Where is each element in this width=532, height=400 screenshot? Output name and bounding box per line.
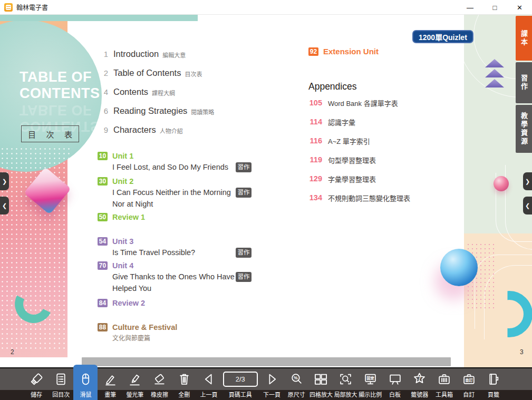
back-to-toc-button[interactable]: 回目次 [49, 368, 73, 400]
cover-title-line2: CONTENTS [20, 85, 93, 102]
cover-title-english: TABLE OF CONTENTS [20, 69, 93, 102]
left-edge-forward-arrow[interactable]: ❯ [0, 172, 9, 190]
cover-title-line1: TABLE OF [20, 69, 93, 85]
tab-textbook[interactable]: 課本 [516, 16, 532, 61]
display-ratio-icon: 固定 [363, 368, 378, 390]
appendix-entry[interactable]: 119句型學習整理表 [308, 150, 410, 169]
toc-entry[interactable]: 6Reading Strategies閱讀策略 [98, 101, 214, 120]
toc-unit4-row[interactable]: 70 Unit 4 Give Thanks to the Ones Who Ha… [98, 260, 266, 294]
side-tab-strip: 課本 習作 教學資源 [516, 16, 532, 154]
quad-zoom-icon [313, 368, 328, 390]
right-edge-forward-arrow[interactable]: ❯ [523, 172, 532, 190]
appendix-entry[interactable]: 134不規則動詞三態變化整理表 [308, 188, 410, 207]
region-zoom-icon [338, 368, 353, 390]
display-ratio-button[interactable]: 固定 顯示比例 [358, 368, 382, 400]
mouse-tool-button[interactable]: 滑鼠 [73, 365, 98, 400]
toc-front-matter-list: 1Introduction編輯大意 2Table of Contents目次表 … [98, 44, 214, 139]
workbook-badge[interactable]: 習作 [236, 272, 252, 282]
cover-title-chinese-box: 目 次 表 [21, 125, 79, 142]
teal-top-strip [0, 15, 198, 21]
whiteboard-button[interactable]: 白板 [383, 368, 407, 400]
toc-unit3-row[interactable]: 54 Unit 3 Is Time Travel Possible? 習作 [98, 236, 266, 258]
region-zoom-button[interactable]: 局部放大 [334, 368, 358, 400]
tab-teaching-resources[interactable]: 教學資源 [516, 105, 532, 153]
minimize-button[interactable]: — [458, 0, 482, 15]
appendix-entry[interactable]: 129字彙學習整理表 [308, 169, 410, 188]
close-button[interactable]: ✕ [507, 0, 532, 15]
svg-text:固定: 固定 [366, 376, 374, 381]
number-picker-button[interactable]: 7 籤號器 [408, 368, 432, 400]
previous-page-button[interactable]: 上一頁 [197, 368, 221, 400]
appendices-heading: Appendices [308, 81, 356, 92]
toc-entry[interactable]: 1Introduction編輯大意 [98, 44, 214, 63]
appendix-entry[interactable]: 114認識字彙 [308, 112, 410, 131]
whiteboard-icon [388, 368, 402, 390]
appendix-entry[interactable]: 116A~Z 單字索引 [308, 131, 410, 150]
pen-icon [103, 368, 118, 390]
svg-text:自訂: 自訂 [465, 378, 473, 383]
quad-zoom-button[interactable]: 四格放大 [309, 368, 333, 400]
highlighter-icon [128, 368, 142, 390]
eraser-icon [152, 368, 167, 390]
window-title: 翰林電子書 [16, 3, 48, 12]
appendices-list: 105Word Bank 各課單字表 114認識字彙 116A~Z 單字索引 1… [308, 93, 410, 207]
custom-toolbox-icon: 自訂 [462, 368, 476, 390]
eraser-tool-button[interactable]: 橡皮擦 [148, 368, 172, 400]
book-viewer: TABLE OF CONTENTS CONTENTS TABLE OF 目 次 … [0, 15, 532, 367]
svg-text:%: % [294, 375, 298, 381]
next-page-icon [265, 368, 279, 390]
printed-page-number-right: 3 [520, 348, 524, 356]
prev-page-icon [202, 368, 216, 390]
toc-review1-row[interactable]: 50 Review 1 [98, 212, 266, 222]
toc-unit1-row[interactable]: 10 Unit 1 I Feel Lost, and So Do My Frie… [98, 151, 266, 173]
app-logo-icon [4, 3, 13, 12]
page-tab-button[interactable]: 頁籤 [481, 368, 506, 400]
toc-entry[interactable]: 2Table of Contents目次表 [98, 63, 214, 82]
purple-triangles-decoration [485, 59, 504, 89]
workbook-badge[interactable]: 習作 [236, 248, 252, 258]
left-edge-back-arrow[interactable]: ❮ [0, 197, 9, 214]
blue-sphere-decoration [440, 249, 478, 286]
quizlet-1200-words-button[interactable]: 1200單Quizlet [412, 30, 473, 43]
toc-list-icon [54, 368, 68, 390]
toolbox-icon [437, 368, 451, 390]
toc-extension-unit-row[interactable]: 92 Extension Unit [308, 46, 379, 57]
pink-sphere-decoration [494, 176, 509, 191]
workbook-badge[interactable]: 習作 [236, 162, 252, 172]
bottom-toolbar: 儲存 回目次 滑鼠 畫筆 螢光筆 橡皮擦 全刪 上一頁 [0, 367, 532, 400]
workbook-badge[interactable]: 習作 [236, 188, 252, 198]
custom-toolbox-button[interactable]: 自訂 自訂 [457, 368, 481, 400]
highlighter-tool-button[interactable]: 螢光筆 [123, 368, 147, 400]
delete-all-button[interactable]: 全刪 [172, 368, 196, 400]
toc-culture-festival-row[interactable]: 88 Culture & Festival 文化與節慶篇 [98, 322, 266, 344]
tab-workbook[interactable]: 習作 [516, 62, 532, 103]
toc-entry[interactable]: 9Characters人物介紹 [98, 120, 214, 139]
number-picker-star-icon: 7 [412, 368, 427, 390]
window-titlebar: 翰林電子書 — □ ✕ [0, 0, 532, 15]
printed-page-number-left: 2 [11, 348, 14, 356]
page-tab-icon [486, 368, 500, 390]
original-size-button[interactable]: % 原尺寸 [284, 368, 308, 400]
save-button[interactable]: 儲存 [24, 368, 49, 400]
right-edge-back-arrow[interactable]: ❮ [523, 197, 532, 214]
appendix-entry[interactable]: 105Word Bank 各課單字表 [308, 93, 410, 112]
maximize-button[interactable]: □ [482, 0, 507, 15]
original-size-icon: % [289, 368, 304, 390]
horizontal-scrollbar[interactable] [82, 357, 451, 366]
pen-tool-button[interactable]: 畫筆 [98, 368, 122, 400]
svg-text:7: 7 [418, 376, 421, 382]
mouse-icon [79, 368, 93, 390]
trash-icon [177, 368, 191, 390]
toc-unit2-row[interactable]: 30 Unit 2 I Can Focus Neither in the Mor… [98, 176, 266, 210]
page-indicator[interactable]: 2/3 [223, 372, 258, 387]
toc-entry[interactable]: 4Contents課程大綱 [98, 82, 214, 101]
toc-review2-row[interactable]: 84 Review 2 [98, 298, 266, 308]
page-number-tool[interactable]: 2/3 頁碼工具 [221, 368, 259, 400]
toolbox-button[interactable]: 工具箱 [432, 368, 457, 400]
usb-save-icon [30, 368, 44, 390]
next-page-button[interactable]: 下一頁 [259, 368, 284, 400]
